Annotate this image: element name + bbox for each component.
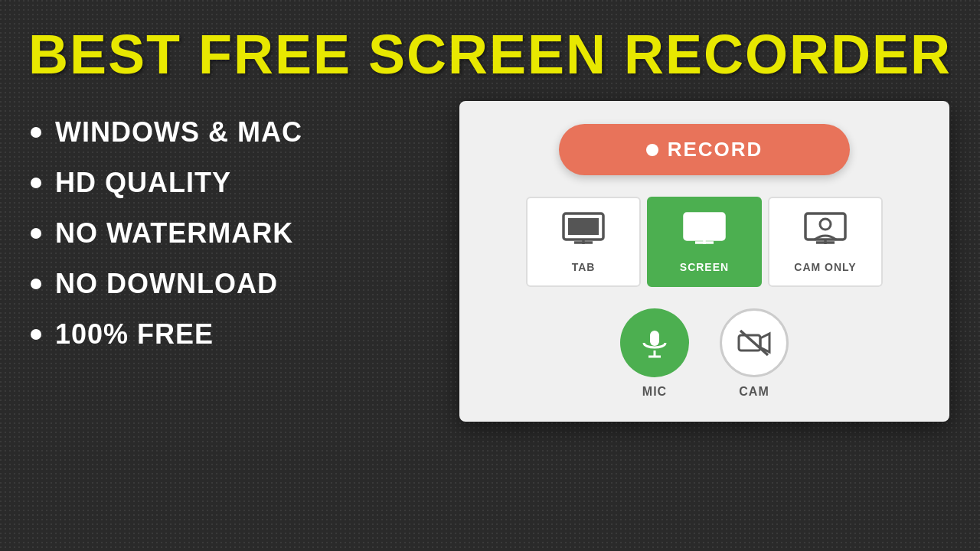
mode-cam-only-button[interactable]: CAM ONLY: [768, 197, 883, 287]
cam-only-monitor-icon: [802, 210, 848, 252]
main-title: BEST FREE SCREEN RECORDER: [28, 23, 952, 86]
bullet-dot: [31, 127, 41, 138]
bullet-no-download: NO DOWNLOAD: [31, 268, 444, 300]
capture-mode-group: TAB SCREEN: [526, 197, 883, 287]
bullet-text-no-download: NO DOWNLOAD: [55, 268, 278, 300]
record-dot-icon: [646, 144, 658, 156]
screen-monitor-icon: [681, 210, 727, 252]
cam-button[interactable]: CAM: [720, 308, 789, 399]
svg-rect-5: [689, 218, 720, 235]
svg-point-9: [820, 219, 831, 230]
cam-label: CAM: [739, 385, 769, 399]
mode-tab-button[interactable]: TAB: [526, 197, 641, 287]
mode-tab-label: TAB: [572, 261, 596, 273]
cam-circle: [720, 308, 789, 377]
mode-cam-only-label: CAM ONLY: [794, 261, 856, 273]
cam-icon: [736, 324, 773, 361]
bullet-free: 100% FREE: [31, 318, 444, 350]
mic-label: MIC: [642, 385, 667, 399]
bullet-text-hd-quality: HD QUALITY: [55, 167, 231, 199]
bullet-text-windows-mac: WINDOWS & MAC: [55, 116, 302, 148]
bullet-dot: [31, 279, 41, 289]
bullet-text-free: 100% FREE: [55, 318, 214, 350]
record-button-label: RECORD: [668, 138, 763, 161]
mic-circle: [620, 308, 689, 377]
svg-rect-1: [568, 218, 599, 235]
svg-rect-12: [650, 331, 659, 346]
mic-icon: [638, 326, 671, 360]
bullet-dot: [31, 329, 41, 340]
mic-button[interactable]: MIC: [620, 308, 689, 399]
bullet-dot: [31, 228, 41, 239]
bullet-windows-mac: WINDOWS & MAC: [31, 116, 444, 148]
features-list: WINDOWS & MAC HD QUALITY NO WATERMARK NO…: [31, 101, 444, 350]
bullet-no-watermark: NO WATERMARK: [31, 217, 444, 249]
bullet-hd-quality: HD QUALITY: [31, 167, 444, 199]
recorder-ui-panel: RECORD TAB: [459, 101, 949, 422]
bullet-dot: [31, 178, 41, 188]
mode-screen-button[interactable]: SCREEN: [647, 197, 762, 287]
record-button[interactable]: RECORD: [559, 124, 850, 175]
audio-controls-group: MIC CAM: [620, 308, 789, 399]
bullet-text-no-watermark: NO WATERMARK: [55, 217, 293, 249]
mode-screen-label: SCREEN: [680, 261, 729, 273]
tab-monitor-icon: [560, 210, 606, 252]
